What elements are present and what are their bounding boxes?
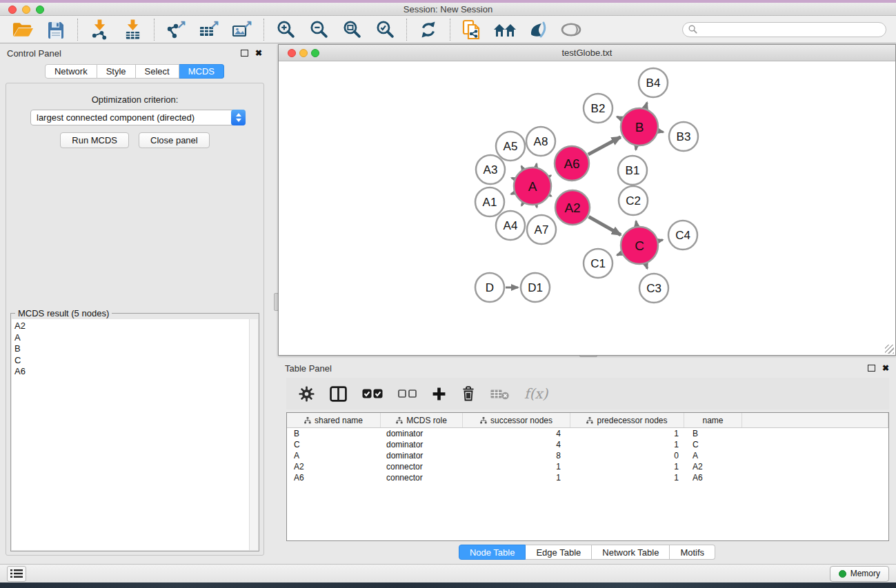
- export-image-icon[interactable]: ↗: [230, 18, 254, 41]
- table-row[interactable]: Bdominator41B: [287, 428, 888, 439]
- node-A[interactable]: A: [514, 168, 551, 205]
- close-panel-button[interactable]: Close panel: [139, 132, 210, 148]
- node-C1[interactable]: C1: [584, 249, 613, 278]
- save-session-icon[interactable]: [44, 18, 68, 41]
- node-C[interactable]: C: [621, 227, 658, 264]
- edge-A-A1[interactable]: [511, 193, 514, 194]
- home-reset-view-icon[interactable]: [493, 18, 517, 41]
- node-B1[interactable]: B1: [618, 156, 647, 185]
- result-item[interactable]: C: [12, 355, 249, 367]
- cell[interactable]: B: [684, 429, 742, 438]
- minimize-network-window-button[interactable]: [299, 49, 308, 57]
- export-network-icon[interactable]: ↗: [164, 18, 188, 41]
- result-item[interactable]: A2: [12, 321, 249, 332]
- resize-grip-icon[interactable]: [885, 345, 894, 354]
- edge-C-C3[interactable]: [646, 264, 647, 268]
- close-panel-icon[interactable]: ✖: [255, 48, 262, 58]
- edge-B-B2[interactable]: [617, 116, 621, 119]
- cell[interactable]: 4: [463, 440, 570, 449]
- cell[interactable]: dominator: [381, 451, 463, 460]
- cell[interactable]: A: [684, 451, 742, 460]
- tab-mcds[interactable]: MCDS: [179, 64, 224, 79]
- result-item[interactable]: B: [12, 343, 249, 355]
- node-B[interactable]: B: [621, 108, 658, 145]
- float-panel-icon[interactable]: [241, 50, 248, 57]
- edge-A-A2[interactable]: [550, 196, 552, 196]
- edge-A-A4[interactable]: [521, 203, 523, 205]
- import-network-icon[interactable]: [88, 18, 111, 41]
- node-A1[interactable]: A1: [475, 187, 504, 216]
- edge-C-C4[interactable]: [659, 240, 663, 241]
- close-table-panel-icon[interactable]: ✖: [882, 363, 889, 373]
- float-table-panel-icon[interactable]: [868, 365, 875, 372]
- network-canvas[interactable]: AA6A2BCA5A8A3A1A4A7B2B4B3B1C2C4C1C3DD1: [279, 61, 895, 355]
- duplicate-network-icon[interactable]: [460, 18, 484, 41]
- cell[interactable]: C: [287, 440, 381, 449]
- column-header-name[interactable]: name: [684, 413, 742, 427]
- cell[interactable]: B: [287, 429, 381, 438]
- table-row[interactable]: A6connector11A6: [287, 472, 888, 483]
- zoom-out-icon[interactable]: [307, 18, 330, 41]
- cell[interactable]: 8: [463, 451, 570, 460]
- cell[interactable]: 1: [570, 473, 684, 483]
- cell[interactable]: A6: [287, 473, 381, 483]
- table-row[interactable]: Cdominator41C: [287, 439, 888, 450]
- node-A2[interactable]: A2: [555, 190, 590, 225]
- result-item[interactable]: A6: [12, 366, 249, 378]
- tab-select[interactable]: Select: [136, 64, 179, 79]
- node-A3[interactable]: A3: [476, 155, 505, 184]
- node-B2[interactable]: B2: [584, 94, 613, 123]
- cell[interactable]: 1: [570, 462, 684, 472]
- node-A5[interactable]: A5: [496, 132, 525, 161]
- edge-A-A5[interactable]: [521, 166, 523, 169]
- edge-A-A3[interactable]: [512, 178, 514, 179]
- zoom-fit-icon[interactable]: [340, 18, 364, 41]
- cell[interactable]: connector: [381, 473, 463, 483]
- refresh-layout-icon[interactable]: [417, 18, 440, 41]
- table-row[interactable]: Adominator80A: [287, 450, 888, 461]
- delete-table-icon[interactable]: [490, 388, 509, 400]
- edge-C-C2[interactable]: [636, 221, 637, 226]
- cell[interactable]: 1: [570, 429, 684, 438]
- cell[interactable]: dominator: [381, 440, 463, 449]
- node-D1[interactable]: D1: [521, 273, 550, 302]
- zoom-selected-icon[interactable]: [373, 18, 397, 41]
- settings-icon[interactable]: [299, 386, 315, 402]
- tab-motifs[interactable]: Motifs: [670, 545, 715, 560]
- cell[interactable]: A2: [684, 462, 742, 472]
- node-C2[interactable]: C2: [619, 186, 648, 215]
- node-A6[interactable]: A6: [555, 146, 589, 181]
- edge-A2-C[interactable]: [588, 216, 621, 234]
- tab-network[interactable]: Network: [45, 64, 97, 79]
- edge-B-B1[interactable]: [636, 147, 637, 150]
- cell[interactable]: 1: [570, 440, 684, 449]
- column-header-mcds-role[interactable]: MCDS role: [381, 413, 463, 427]
- tab-edge-table[interactable]: Edge Table: [526, 545, 592, 560]
- tab-node-table[interactable]: Node Table: [459, 545, 526, 560]
- cell[interactable]: 4: [463, 429, 570, 438]
- result-scrollbar[interactable]: [249, 319, 258, 550]
- function-builder-icon[interactable]: f(x): [524, 385, 548, 402]
- zoom-in-icon[interactable]: [274, 18, 297, 41]
- cell[interactable]: A: [287, 451, 381, 460]
- add-column-icon[interactable]: [432, 387, 446, 401]
- zoom-window-button[interactable]: [36, 6, 44, 14]
- column-header-empty[interactable]: [742, 413, 888, 427]
- edge-B-B4[interactable]: [646, 103, 647, 108]
- deselect-all-checkboxes-icon[interactable]: [398, 389, 417, 398]
- cell[interactable]: C: [684, 440, 742, 449]
- node-D[interactable]: D: [475, 273, 504, 302]
- column-header-shared-name[interactable]: shared name: [287, 413, 381, 427]
- run-mcds-button[interactable]: Run MCDS: [60, 132, 129, 148]
- tab-style[interactable]: Style: [97, 64, 136, 79]
- search-text-field[interactable]: [701, 25, 880, 34]
- node-A8[interactable]: A8: [526, 127, 555, 156]
- zoom-network-window-button[interactable]: [311, 49, 319, 57]
- node-C3[interactable]: C3: [639, 274, 668, 303]
- edge-A6-B[interactable]: [588, 137, 621, 154]
- edge-B-B3[interactable]: [659, 131, 663, 132]
- node-B3[interactable]: B3: [669, 122, 698, 151]
- edge-C-C1[interactable]: [617, 254, 621, 256]
- export-table-icon[interactable]: ↗: [197, 18, 221, 41]
- table-row[interactable]: A2connector11A2: [287, 461, 888, 472]
